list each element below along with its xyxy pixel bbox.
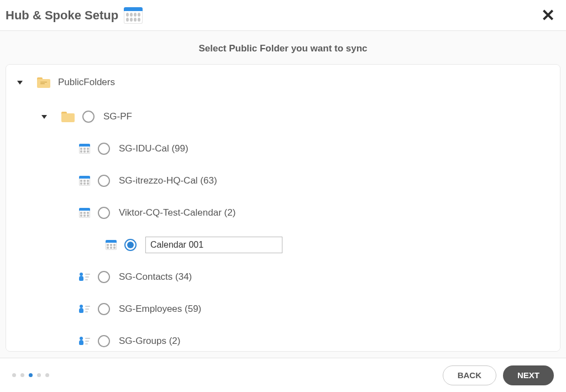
contact-card-icon <box>79 337 90 346</box>
tree-row-sg-groups[interactable]: SG-Groups (2) <box>17 333 549 349</box>
radio-sg-idu-cal[interactable] <box>98 143 110 155</box>
folder-tree: PublicFolders SG-PF SG-IDU-Cal (99) <box>17 75 549 349</box>
back-button[interactable]: BACK <box>443 365 496 385</box>
radio-calendar-001[interactable] <box>124 239 137 251</box>
folder-label: SG-Employees (59) <box>119 304 201 315</box>
tree-row-sg-pf[interactable]: SG-PF <box>17 109 549 124</box>
folder-label: SG-IDU-Cal (99) <box>119 143 188 154</box>
calendar-icon <box>79 176 90 186</box>
folder-label: SG-itrezzo-HQ-Cal (63) <box>119 175 217 186</box>
contact-card-icon <box>79 305 90 313</box>
folder-icon <box>37 77 50 88</box>
header-left: Hub & Spoke Setup <box>6 7 143 24</box>
footer-buttons: BACK NEXT <box>443 365 554 385</box>
calendar-name-input[interactable] <box>145 237 282 253</box>
step-dot <box>29 373 33 377</box>
tree-row-viktor-cq-test-calendar[interactable]: Viktor-CQ-Test-Calendar (2) <box>17 205 549 221</box>
calendar-icon <box>79 144 90 154</box>
radio-sg-pf[interactable] <box>82 111 95 123</box>
radio-sg-employees[interactable] <box>98 303 110 315</box>
radio-sg-itrezzo-hq-cal[interactable] <box>98 175 110 187</box>
folder-tree-panel: PublicFolders SG-PF SG-IDU-Cal (99) <box>6 64 560 352</box>
step-dot <box>45 373 49 377</box>
tree-row-sg-employees[interactable]: SG-Employees (59) <box>17 301 549 317</box>
radio-sg-groups[interactable] <box>98 335 110 347</box>
folder-label: Viktor-CQ-Test-Calendar (2) <box>119 207 235 218</box>
folder-label: SG-Contacts (34) <box>119 271 192 283</box>
tree-row-sg-contacts[interactable]: SG-Contacts (34) <box>17 269 549 285</box>
step-dot <box>12 373 16 377</box>
folder-label: PublicFolders <box>58 77 115 88</box>
step-dot <box>37 373 41 377</box>
folder-icon <box>61 112 75 122</box>
folder-label: SG-Groups (2) <box>119 336 180 347</box>
step-indicator <box>12 373 49 377</box>
caret-down-icon[interactable] <box>41 115 47 119</box>
caret-down-icon[interactable] <box>17 81 23 85</box>
step-dot <box>20 373 24 377</box>
next-button[interactable]: NEXT <box>503 365 554 385</box>
tree-row-sg-itrezzo-hq-cal[interactable]: SG-itrezzo-HQ-Cal (63) <box>17 173 549 189</box>
instruction-text: Select Public Folder you want to sync <box>0 31 566 64</box>
contact-card-icon <box>79 273 90 281</box>
dialog-title: Hub & Spoke Setup <box>6 8 118 23</box>
calendar-icon <box>124 7 143 24</box>
calendar-icon <box>79 208 90 218</box>
tree-row-publicfolders[interactable]: PublicFolders <box>17 75 549 90</box>
dialog-header: Hub & Spoke Setup ✕ <box>0 0 566 31</box>
calendar-icon <box>106 240 117 250</box>
dialog-footer: BACK NEXT <box>0 358 566 392</box>
folder-label: SG-PF <box>103 111 132 122</box>
close-icon[interactable]: ✕ <box>539 5 557 26</box>
tree-row-calendar-001[interactable] <box>17 237 549 253</box>
radio-sg-contacts[interactable] <box>98 271 110 283</box>
radio-viktor-cq-test-calendar[interactable] <box>98 207 110 219</box>
tree-row-sg-idu-cal[interactable]: SG-IDU-Cal (99) <box>17 141 549 156</box>
